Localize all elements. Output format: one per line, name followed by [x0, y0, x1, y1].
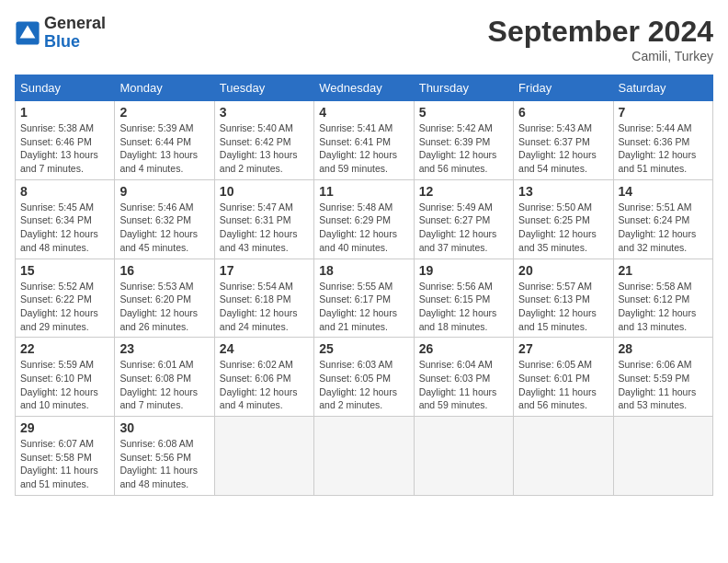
calendar-cell: 30Sunrise: 6:08 AMSunset: 5:56 PMDayligh… — [115, 417, 214, 496]
calendar-cell — [214, 417, 313, 496]
calendar-cell: 19Sunrise: 5:56 AMSunset: 6:15 PMDayligh… — [414, 259, 513, 338]
day-number: 11 — [319, 184, 408, 199]
calendar-cell: 22Sunrise: 5:59 AMSunset: 6:10 PMDayligh… — [16, 338, 115, 417]
calendar-header-row: SundayMondayTuesdayWednesdayThursdayFrid… — [16, 75, 713, 101]
calendar-week-4: 22Sunrise: 5:59 AMSunset: 6:10 PMDayligh… — [16, 338, 713, 417]
location: Camili, Turkey — [488, 49, 713, 63]
day-number: 5 — [419, 105, 508, 120]
calendar-cell — [613, 417, 712, 496]
day-info: Sunrise: 5:44 AMSunset: 6:36 PMDaylight:… — [619, 121, 708, 176]
calendar-cell: 11Sunrise: 5:48 AMSunset: 6:29 PMDayligh… — [314, 179, 414, 259]
calendar-cell: 26Sunrise: 6:04 AMSunset: 6:03 PMDayligh… — [414, 338, 513, 417]
day-number: 10 — [220, 184, 309, 199]
day-number: 29 — [20, 420, 109, 435]
calendar-week-1: 1Sunrise: 5:38 AMSunset: 6:46 PMDaylight… — [16, 101, 713, 180]
day-info: Sunrise: 6:08 AMSunset: 5:56 PMDaylight:… — [119, 437, 209, 491]
calendar-table: SundayMondayTuesdayWednesdayThursdayFrid… — [15, 75, 713, 496]
calendar-cell — [414, 417, 513, 496]
calendar-cell — [514, 417, 613, 496]
day-info: Sunrise: 6:06 AMSunset: 5:59 PMDaylight:… — [619, 358, 708, 412]
calendar-cell: 3Sunrise: 5:40 AMSunset: 6:42 PMDaylight… — [214, 101, 313, 180]
day-info: Sunrise: 5:55 AMSunset: 6:17 PMDaylight:… — [319, 280, 408, 334]
day-info: Sunrise: 5:40 AMSunset: 6:42 PMDaylight:… — [220, 121, 309, 176]
calendar-cell: 20Sunrise: 5:57 AMSunset: 6:13 PMDayligh… — [514, 259, 613, 338]
day-number: 13 — [518, 184, 608, 199]
calendar-cell: 9Sunrise: 5:46 AMSunset: 6:32 PMDaylight… — [115, 179, 214, 259]
day-number: 16 — [119, 263, 209, 278]
calendar-cell: 7Sunrise: 5:44 AMSunset: 6:36 PMDaylight… — [613, 101, 712, 180]
day-info: Sunrise: 6:07 AMSunset: 5:58 PMDaylight:… — [20, 437, 109, 491]
day-number: 23 — [119, 341, 209, 356]
day-number: 9 — [119, 184, 209, 199]
calendar-cell: 15Sunrise: 5:52 AMSunset: 6:22 PMDayligh… — [16, 259, 115, 338]
day-info: Sunrise: 5:42 AMSunset: 6:39 PMDaylight:… — [419, 121, 508, 176]
day-info: Sunrise: 5:52 AMSunset: 6:22 PMDaylight:… — [20, 280, 109, 334]
page-header: General Blue September 2024 Camili, Turk… — [15, 15, 713, 63]
column-header-monday: Monday — [115, 75, 214, 101]
day-number: 6 — [518, 105, 608, 120]
column-header-tuesday: Tuesday — [214, 75, 313, 101]
day-info: Sunrise: 5:51 AMSunset: 6:24 PMDaylight:… — [619, 201, 708, 255]
day-info: Sunrise: 5:48 AMSunset: 6:29 PMDaylight:… — [319, 201, 408, 255]
month-title: September 2024 — [488, 15, 713, 49]
day-number: 15 — [20, 263, 109, 278]
day-info: Sunrise: 5:39 AMSunset: 6:44 PMDaylight:… — [119, 121, 209, 176]
calendar-cell: 6Sunrise: 5:43 AMSunset: 6:37 PMDaylight… — [514, 101, 613, 180]
calendar-cell: 13Sunrise: 5:50 AMSunset: 6:25 PMDayligh… — [514, 179, 613, 259]
calendar-cell: 17Sunrise: 5:54 AMSunset: 6:18 PMDayligh… — [214, 259, 313, 338]
day-number: 27 — [518, 341, 608, 356]
logo-line1: General — [44, 15, 106, 33]
day-info: Sunrise: 5:58 AMSunset: 6:12 PMDaylight:… — [619, 280, 708, 334]
day-info: Sunrise: 5:41 AMSunset: 6:41 PMDaylight:… — [319, 121, 408, 176]
calendar-cell: 29Sunrise: 6:07 AMSunset: 5:58 PMDayligh… — [16, 417, 115, 496]
day-info: Sunrise: 5:57 AMSunset: 6:13 PMDaylight:… — [518, 280, 608, 334]
column-header-sunday: Sunday — [16, 75, 115, 101]
calendar-cell: 14Sunrise: 5:51 AMSunset: 6:24 PMDayligh… — [613, 179, 712, 259]
calendar-week-5: 29Sunrise: 6:07 AMSunset: 5:58 PMDayligh… — [16, 417, 713, 496]
day-number: 2 — [119, 105, 209, 120]
day-info: Sunrise: 6:05 AMSunset: 6:01 PMDaylight:… — [518, 358, 608, 412]
day-number: 30 — [119, 420, 209, 435]
calendar-cell: 10Sunrise: 5:47 AMSunset: 6:31 PMDayligh… — [214, 179, 313, 259]
logo-line2: Blue — [44, 33, 106, 52]
calendar-cell: 4Sunrise: 5:41 AMSunset: 6:41 PMDaylight… — [314, 101, 414, 180]
day-number: 26 — [419, 341, 508, 356]
logo: General Blue — [15, 15, 106, 52]
column-header-thursday: Thursday — [414, 75, 513, 101]
day-number: 8 — [20, 184, 109, 199]
column-header-friday: Friday — [514, 75, 613, 101]
day-number: 24 — [220, 341, 309, 356]
calendar-cell: 25Sunrise: 6:03 AMSunset: 6:05 PMDayligh… — [314, 338, 414, 417]
column-header-saturday: Saturday — [613, 75, 712, 101]
day-number: 19 — [419, 263, 508, 278]
day-info: Sunrise: 5:38 AMSunset: 6:46 PMDaylight:… — [20, 121, 109, 176]
day-info: Sunrise: 6:01 AMSunset: 6:08 PMDaylight:… — [119, 358, 209, 412]
day-number: 4 — [319, 105, 408, 120]
day-info: Sunrise: 5:59 AMSunset: 6:10 PMDaylight:… — [20, 358, 109, 412]
calendar-cell: 23Sunrise: 6:01 AMSunset: 6:08 PMDayligh… — [115, 338, 214, 417]
day-info: Sunrise: 5:49 AMSunset: 6:27 PMDaylight:… — [419, 201, 508, 255]
calendar-cell: 27Sunrise: 6:05 AMSunset: 6:01 PMDayligh… — [514, 338, 613, 417]
day-number: 21 — [619, 263, 708, 278]
calendar-cell: 2Sunrise: 5:39 AMSunset: 6:44 PMDaylight… — [115, 101, 214, 180]
calendar-cell: 24Sunrise: 6:02 AMSunset: 6:06 PMDayligh… — [214, 338, 313, 417]
day-number: 22 — [20, 341, 109, 356]
calendar-week-2: 8Sunrise: 5:45 AMSunset: 6:34 PMDaylight… — [16, 179, 713, 259]
title-block: September 2024 Camili, Turkey — [488, 15, 713, 63]
calendar-cell: 12Sunrise: 5:49 AMSunset: 6:27 PMDayligh… — [414, 179, 513, 259]
logo-text: General Blue — [44, 15, 106, 52]
column-header-wednesday: Wednesday — [314, 75, 414, 101]
day-info: Sunrise: 5:43 AMSunset: 6:37 PMDaylight:… — [518, 121, 608, 176]
calendar-cell: 8Sunrise: 5:45 AMSunset: 6:34 PMDaylight… — [16, 179, 115, 259]
day-number: 25 — [319, 341, 408, 356]
calendar-cell: 5Sunrise: 5:42 AMSunset: 6:39 PMDaylight… — [414, 101, 513, 180]
calendar-cell: 16Sunrise: 5:53 AMSunset: 6:20 PMDayligh… — [115, 259, 214, 338]
day-info: Sunrise: 5:47 AMSunset: 6:31 PMDaylight:… — [220, 201, 309, 255]
day-info: Sunrise: 6:04 AMSunset: 6:03 PMDaylight:… — [419, 358, 508, 412]
day-number: 3 — [220, 105, 309, 120]
logo-icon — [15, 20, 40, 46]
calendar-cell: 21Sunrise: 5:58 AMSunset: 6:12 PMDayligh… — [613, 259, 712, 338]
day-info: Sunrise: 5:46 AMSunset: 6:32 PMDaylight:… — [119, 201, 209, 255]
calendar-cell: 18Sunrise: 5:55 AMSunset: 6:17 PMDayligh… — [314, 259, 414, 338]
day-number: 17 — [220, 263, 309, 278]
